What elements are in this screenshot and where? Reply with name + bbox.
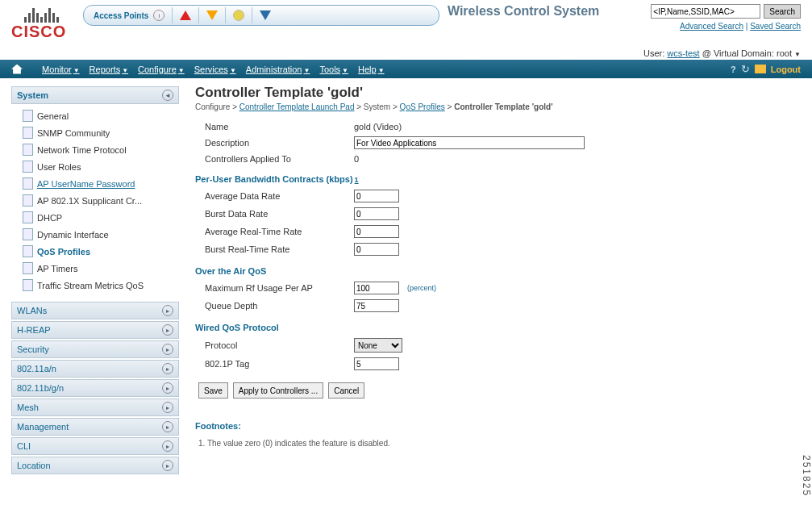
saved-search-link[interactable]: Saved Search [750, 22, 801, 31]
controllers-count: 0 [354, 154, 359, 164]
sitem-dynamic-interface[interactable]: Dynamic Interface [23, 226, 179, 243]
footnote-text: 1. The value zero (0) indicates the feat… [195, 434, 801, 448]
save-button[interactable]: Save [198, 382, 228, 399]
doc-icon [23, 262, 33, 274]
search-input[interactable] [651, 4, 760, 19]
sitem-ap-8021x[interactable]: AP 802.1X Supplicant Cr... [23, 192, 179, 209]
avg-data-rate-input[interactable] [354, 190, 399, 202]
cisco-logo: CISCO [11, 2, 72, 41]
home-icon[interactable] [11, 65, 23, 74]
expand-icon: ▸ [162, 324, 173, 336]
sgroup-system[interactable]: System◄ [11, 86, 179, 104]
sgroup-management[interactable]: Management▸ [11, 418, 179, 436]
sitem-qos-profiles[interactable]: QoS Profiles [23, 243, 179, 260]
alarm-info-icon[interactable] [260, 10, 271, 20]
access-points-bar[interactable]: Access Points i [83, 5, 439, 26]
sgroup-hreap[interactable]: H-REAP▸ [11, 321, 179, 339]
8021p-tag-input[interactable] [354, 357, 399, 370]
menu-reports[interactable]: Reports▼ [90, 65, 128, 74]
sgroup-location[interactable]: Location▸ [11, 457, 179, 474]
expand-icon: ▸ [162, 421, 173, 432]
sitem-dhcp[interactable]: DHCP [23, 209, 179, 226]
alarm-major-icon[interactable] [206, 10, 218, 20]
expand-icon: ▸ [162, 344, 173, 355]
expand-icon: ▸ [162, 305, 173, 316]
sgroup-mesh[interactable]: Mesh▸ [11, 399, 179, 416]
footnote-link[interactable]: 1 [355, 176, 359, 184]
sitem-ntp[interactable]: Network Time Protocol [23, 141, 179, 158]
alarm-critical-icon[interactable] [180, 10, 191, 20]
doc-icon [23, 110, 33, 122]
menu-configure[interactable]: Configure▼ [138, 65, 185, 74]
sitem-ap-timers[interactable]: AP Timers [23, 260, 179, 277]
collapse-icon: ◄ [162, 90, 173, 101]
menu-tools[interactable]: Tools▼ [319, 65, 348, 74]
expand-icon: ▸ [162, 363, 173, 374]
avg-realtime-rate-input[interactable] [354, 225, 399, 238]
expand-icon: ▸ [162, 402, 173, 413]
page-title: Controller Template 'gold' [195, 85, 801, 101]
doc-icon [23, 177, 33, 190]
breadcrumb: Configure > Controller Template Launch P… [195, 101, 801, 119]
menu-monitor[interactable]: Monitor▼ [42, 65, 80, 74]
help-icon[interactable]: ? [731, 65, 736, 74]
doc-icon [23, 161, 33, 173]
menu-help[interactable]: Help▼ [358, 65, 385, 74]
sgroup-security[interactable]: Security▸ [11, 340, 179, 358]
bc-launchpad[interactable]: Controller Template Launch Pad [239, 102, 355, 111]
refresh-icon[interactable]: ↻ [741, 63, 750, 75]
sgroup-80211bgn[interactable]: 802.11b/g/n▸ [11, 379, 179, 397]
doc-icon [23, 279, 33, 291]
burst-data-rate-input[interactable] [354, 207, 399, 220]
sitem-traffic-stream[interactable]: Traffic Stream Metrics QoS [23, 277, 179, 294]
doc-icon [23, 194, 33, 207]
sgroup-cli[interactable]: CLI▸ [11, 437, 179, 455]
doc-icon [23, 228, 33, 240]
sgroup-wlans[interactable]: WLANs▸ [11, 302, 179, 319]
sitem-user-roles[interactable]: User Roles [23, 158, 179, 175]
sitem-snmp[interactable]: SNMP Community [23, 124, 179, 141]
max-rf-usage-input[interactable] [354, 282, 399, 294]
cancel-button[interactable]: Cancel [328, 382, 364, 399]
menu-administration[interactable]: Administration▼ [246, 65, 310, 74]
advanced-search-link[interactable]: Advanced Search [680, 22, 743, 31]
doc-icon [23, 144, 33, 156]
printer-icon[interactable] [755, 65, 766, 73]
protocol-select[interactable]: None [354, 338, 402, 353]
alarm-minor-icon[interactable] [233, 10, 244, 21]
menu-services[interactable]: Services▼ [194, 65, 236, 74]
info-icon[interactable]: i [153, 10, 164, 21]
name-value: gold (Video) [354, 122, 402, 131]
sitem-ap-username[interactable]: AP UserName Password [23, 175, 179, 192]
expand-icon: ▸ [162, 440, 173, 452]
queue-depth-input[interactable] [354, 299, 399, 312]
app-title: Wireless Control System [448, 4, 599, 19]
expand-icon: ▸ [162, 460, 173, 471]
sgroup-80211an[interactable]: 802.11a/n▸ [11, 360, 179, 378]
expand-icon: ▸ [162, 382, 173, 394]
user-link[interactable]: wcs-test [667, 48, 699, 58]
image-id: 251825 [801, 455, 812, 497]
doc-icon [23, 127, 33, 139]
search-button[interactable]: Search [764, 4, 801, 19]
apply-button[interactable]: Apply to Controllers ... [233, 382, 323, 399]
doc-icon [23, 211, 33, 223]
sitem-general[interactable]: General [23, 107, 179, 124]
description-input[interactable] [354, 136, 585, 149]
doc-icon [23, 245, 33, 257]
access-points-label: Access Points [84, 11, 153, 20]
burst-realtime-rate-input[interactable] [354, 243, 399, 256]
logout-link[interactable]: Logout [771, 65, 801, 74]
bc-qos[interactable]: QoS Profiles [400, 102, 445, 111]
